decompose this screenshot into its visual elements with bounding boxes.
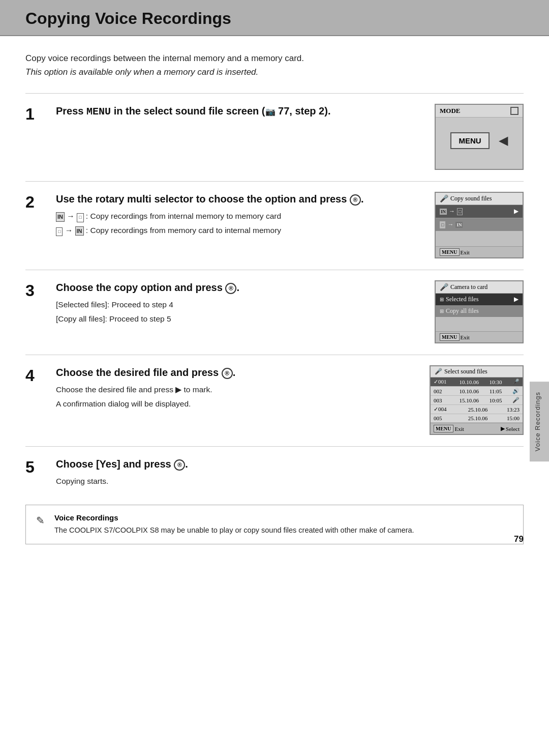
intro-line1: Copy voice recordings between the intern… bbox=[25, 51, 524, 65]
page-header: Copying Voice Recordings bbox=[0, 0, 549, 36]
file-date-3: 15.10.06 bbox=[459, 397, 479, 403]
select-arrow-s4: ▶ bbox=[501, 425, 505, 432]
step-3-number: 3 bbox=[25, 280, 51, 300]
file-time-4: 13:23 bbox=[507, 406, 520, 413]
ok-circle-2: ® bbox=[350, 194, 361, 206]
step-2-flex: 2 Use the rotary multi selector to choos… bbox=[25, 192, 524, 258]
page-title: Copying Voice Recordings bbox=[25, 9, 524, 28]
cam3-row2: ⊞ Copy all files bbox=[436, 305, 523, 317]
step-3-body: Choose the copy option and press ®. [Sel… bbox=[56, 280, 422, 327]
step-3-detail-1: [Selected files]: Proceed to step 4 bbox=[56, 299, 417, 310]
menu-label-s2: MENU bbox=[440, 248, 460, 256]
step-3-title: Choose the copy option and press ®. bbox=[56, 280, 417, 295]
step-4-body: Choose the desired file and press ®. Cho… bbox=[56, 365, 422, 412]
menu-arrow: ◀ bbox=[499, 133, 508, 148]
file-date-5: 25.10.06 bbox=[468, 415, 488, 421]
main-content: Copy voice recordings between the intern… bbox=[0, 36, 549, 560]
camera-screen-3: 🎤 Camera to card ⊞ Selected files ▶ ⊞ Co… bbox=[435, 280, 524, 343]
cam2-footer: MENU Exit bbox=[436, 246, 523, 257]
side-tab: Voice Recordings bbox=[530, 382, 549, 461]
cam4-titlebar: 🎤 Select sound files bbox=[431, 366, 523, 377]
arrow-s2r1: → bbox=[449, 208, 455, 215]
cam4-file-row-1: ✓001 10.10.06 10:30 🎤 bbox=[431, 377, 523, 387]
arrow-right-s2: ▶ bbox=[514, 208, 518, 215]
file-icon-2: 🔊 bbox=[512, 388, 520, 394]
grid-icon-s3r1: ⊞ bbox=[440, 297, 444, 302]
step-3-detail-2: [Copy all files]: Proceed to step 5 bbox=[56, 313, 417, 325]
intro-line2: This option is available only when a mem… bbox=[25, 65, 524, 79]
step-4-number: 4 bbox=[25, 365, 51, 385]
note-text: The COOLPIX S7/COOLPIX S8 may be unable … bbox=[54, 525, 414, 536]
cam3-row1-label: Selected files bbox=[446, 296, 478, 303]
step-1-flex: 1 Press MENU in the select sound file sc… bbox=[25, 104, 524, 170]
internal-icon-s2r2: IN bbox=[455, 222, 463, 228]
step-1-title: Press MENU in the select sound file scre… bbox=[56, 104, 417, 119]
menu-label-s4: MENU bbox=[434, 425, 453, 432]
cam3-row1: ⊞ Selected files ▶ bbox=[436, 294, 523, 305]
file-num-2: 002 bbox=[434, 388, 449, 394]
step-4-flex: 4 Choose the desired file and press ®. C… bbox=[25, 365, 524, 435]
arrow-1: → bbox=[67, 212, 75, 220]
cam2-row2: □ → IN bbox=[436, 218, 523, 231]
note-icon: ✎ bbox=[36, 513, 48, 536]
file-icon-1: 🎤 bbox=[512, 379, 520, 385]
step-4-detail-1: Choose the desired file and press ▶ to m… bbox=[56, 384, 417, 395]
mic-icon: 🎤 bbox=[440, 194, 448, 203]
step-2-detail-1: IN → □ : Copy recordings from internal m… bbox=[56, 210, 417, 222]
step-4-detail-2: A confirmation dialog will be displayed. bbox=[56, 398, 417, 410]
step-2-image: 🎤 Copy sound files IN → □ ▶ □ → IN bbox=[427, 192, 524, 258]
cam3-titlebar: 🎤 Camera to card bbox=[436, 281, 523, 294]
exit-label-s3: Exit bbox=[461, 334, 470, 340]
file-time-1: 10:30 bbox=[489, 379, 502, 385]
ok-circle-5: ® bbox=[174, 459, 185, 471]
cam2-titlebar: 🎤 Copy sound files bbox=[436, 193, 523, 205]
cam2-row1: IN → □ ▶ bbox=[436, 205, 523, 218]
step-4-image: 🎤 Select sound files ✓001 10.10.06 10:30… bbox=[427, 365, 524, 435]
menu-label-s3: MENU bbox=[440, 333, 460, 341]
card-icon-s2r1: □ bbox=[457, 208, 463, 215]
camera-screen-4: 🎤 Select sound files ✓001 10.10.06 10:30… bbox=[430, 365, 524, 435]
exit-label-s4: Exit bbox=[455, 426, 464, 432]
book-icon: 📷 bbox=[265, 107, 276, 116]
intro-text: Copy voice recordings between the intern… bbox=[25, 51, 524, 79]
cam4-file-row-4: ✓004 25.10.06 13:23 bbox=[431, 405, 523, 414]
step-5-number: 5 bbox=[25, 457, 51, 477]
step-3-flex: 3 Choose the copy option and press ®. [S… bbox=[25, 280, 524, 343]
camera-screen-1: MODE MENU ◀ bbox=[435, 104, 524, 170]
file-icon-3: 🎤 bbox=[512, 397, 520, 403]
step-5-flex: 5 Choose [Yes] and press ®. Copying star… bbox=[25, 457, 524, 489]
step-5-block: 5 Choose [Yes] and press ®. Copying star… bbox=[25, 446, 524, 489]
grid-icon-s3r2: ⊞ bbox=[440, 308, 444, 314]
step-1-block: 1 Press MENU in the select sound file sc… bbox=[25, 93, 524, 170]
cam4-file-row-5: 005 25.10.06 15:00 bbox=[431, 414, 523, 423]
mode-bar: MODE bbox=[436, 105, 523, 118]
step-1-body: Press MENU in the select sound file scre… bbox=[56, 104, 422, 123]
step-2-detail-2: □ → IN : Copy recordings from memory car… bbox=[56, 224, 417, 237]
ok-circle-3: ® bbox=[225, 283, 236, 294]
step-3-block: 3 Choose the copy option and press ®. [S… bbox=[25, 270, 524, 343]
card-icon: □ bbox=[77, 213, 83, 222]
internal-icon-s2r1: IN bbox=[440, 209, 447, 215]
file-time-2: 11:05 bbox=[490, 388, 502, 394]
menu-label: MENU bbox=[86, 106, 111, 118]
arrow-s2r2: → bbox=[447, 221, 453, 228]
note-box: ✎ Voice Recordings The COOLPIX S7/COOLPI… bbox=[25, 505, 524, 545]
step-4-title: Choose the desired file and press ®. bbox=[56, 365, 417, 380]
file-time-3: 10:05 bbox=[489, 397, 502, 403]
step-5-title: Choose [Yes] and press ®. bbox=[56, 457, 417, 471]
step-4-block: 4 Choose the desired file and press ®. C… bbox=[25, 355, 524, 435]
camera-screen-2: 🎤 Copy sound files IN → □ ▶ □ → IN bbox=[435, 192, 524, 258]
mode-text: MODE bbox=[440, 107, 460, 115]
mode-square bbox=[510, 107, 518, 115]
cam4-file-row-3: 003 15.10.06 10:05 🎤 bbox=[431, 396, 523, 405]
step-1-image: MODE MENU ◀ bbox=[427, 104, 524, 170]
cam3-footer: MENU Exit bbox=[436, 331, 523, 342]
cam3-title: Camera to card bbox=[450, 283, 487, 291]
menu-button-display: MENU bbox=[450, 132, 489, 149]
cam4-footer: MENU Exit ▶ Select bbox=[431, 423, 523, 434]
step-5-body: Choose [Yes] and press ®. Copying starts… bbox=[56, 457, 422, 489]
file-num-1: ✓001 bbox=[434, 379, 449, 385]
cam4-title-label: Select sound files bbox=[444, 368, 487, 375]
cam3-row2-label: Copy all files bbox=[446, 307, 479, 315]
exit-label-s2: Exit bbox=[461, 249, 470, 255]
